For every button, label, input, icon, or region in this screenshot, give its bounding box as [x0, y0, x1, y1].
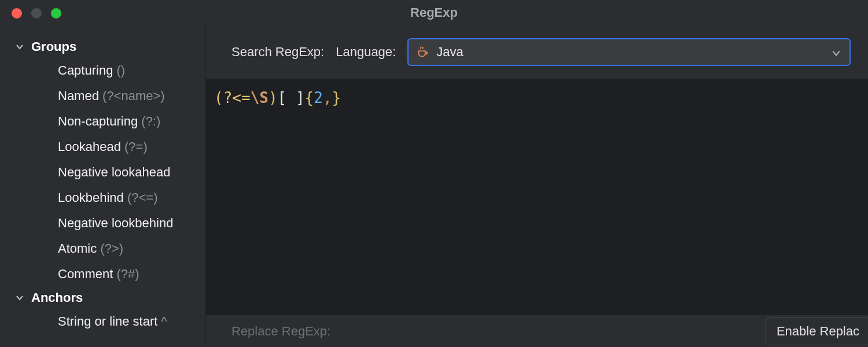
regex-token: , — [323, 89, 332, 106]
regex-token: \S — [251, 89, 269, 106]
sidebar-item-hint: (?:) — [141, 114, 160, 128]
sidebar-item-negative-lookahead[interactable]: Negative lookahead — [0, 160, 205, 185]
sidebar-item-label: Negative lookahead — [58, 165, 170, 179]
sidebar-section-anchors[interactable]: Anchors — [0, 287, 205, 309]
sidebar-item-lookahead[interactable]: Lookahead (?=) — [0, 134, 205, 160]
sidebar-item-hint: () — [117, 63, 126, 77]
sidebar-item-hint: ^ — [161, 314, 167, 328]
chevron-down-icon — [831, 47, 841, 57]
sidebar-item-hint: (?>) — [100, 241, 123, 256]
zoom-window-button[interactable] — [51, 8, 61, 19]
sidebar-item-label: Negative lookbehind — [58, 216, 173, 230]
main-pane: Search RegExp: Language: Java (?<=\S)[ ]… — [206, 25, 868, 347]
sidebar-item-hint: (?=) — [124, 139, 148, 154]
regex-token: } — [332, 89, 341, 106]
regex-token: 2 — [314, 89, 323, 106]
sidebar-item-hint: (?#) — [116, 267, 139, 281]
reference-sidebar: Groups Capturing () Named (?<name>) Non-… — [0, 25, 206, 347]
regex-token: (?<= — [214, 89, 251, 106]
sidebar-item-label: Non-capturing — [58, 114, 138, 128]
regex-token: { — [305, 89, 314, 106]
sidebar-item-negative-lookbehind[interactable]: Negative lookbehind — [0, 211, 205, 236]
sidebar-item-label: Lookahead — [58, 139, 121, 154]
language-select[interactable]: Java — [407, 38, 851, 66]
sidebar-item-capturing[interactable]: Capturing () — [0, 58, 205, 83]
language-value: Java — [436, 45, 463, 60]
sidebar-item-named[interactable]: Named (?<name>) — [0, 83, 205, 109]
search-regexp-label: Search RegExp: — [231, 45, 324, 60]
regex-editor[interactable]: (?<=\S)[ ]{2,} — [206, 79, 868, 315]
replace-toolbar: Replace RegExp: Enable Replac — [206, 315, 868, 347]
window-controls — [12, 8, 61, 19]
sidebar-item-label: String or line start — [58, 314, 157, 328]
sidebar-item-label: Lookbehind — [58, 190, 124, 205]
sidebar-item-comment[interactable]: Comment (?#) — [0, 261, 205, 287]
chevron-down-icon — [15, 293, 24, 302]
enable-replace-button[interactable]: Enable Replac — [766, 318, 868, 345]
sidebar-item-hint: (?<name>) — [102, 88, 165, 103]
titlebar: RegExp — [0, 0, 868, 25]
sidebar-item-lookbehind[interactable]: Lookbehind (?<=) — [0, 185, 205, 211]
regex-token: [ ] — [278, 89, 305, 106]
sidebar-section-title: Anchors — [31, 290, 83, 305]
sidebar-item-hint: (?<=) — [127, 190, 158, 205]
language-label: Language: — [336, 45, 396, 60]
sidebar-item-string-start[interactable]: String or line start ^ — [0, 309, 205, 334]
sidebar-item-label: Atomic — [58, 241, 97, 256]
sidebar-item-label: Named — [58, 88, 99, 103]
java-icon — [417, 46, 429, 58]
window-title: RegExp — [410, 5, 458, 20]
sidebar-item-atomic[interactable]: Atomic (?>) — [0, 236, 205, 261]
sidebar-item-label: Capturing — [58, 63, 113, 77]
regex-token: ) — [269, 89, 278, 106]
sidebar-item-label: Comment — [58, 267, 113, 281]
sidebar-section-groups[interactable]: Groups — [0, 36, 205, 58]
close-window-button[interactable] — [12, 8, 22, 19]
chevron-down-icon — [15, 42, 24, 51]
search-toolbar: Search RegExp: Language: Java — [206, 25, 868, 79]
minimize-window-button[interactable] — [31, 8, 42, 19]
sidebar-section-title: Groups — [31, 39, 76, 54]
sidebar-item-non-capturing[interactable]: Non-capturing (?:) — [0, 109, 205, 134]
replace-regexp-label: Replace RegExp: — [231, 324, 330, 339]
